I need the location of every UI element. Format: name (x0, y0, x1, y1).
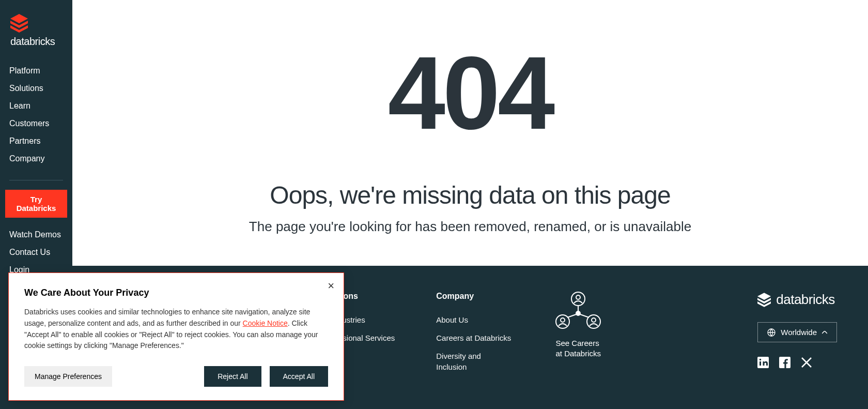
footer-link-careers[interactable]: Careers at Databricks (436, 332, 514, 343)
brand-name: databricks (10, 36, 55, 48)
manage-preferences-button[interactable]: Manage Preferences (24, 366, 112, 387)
footer-col-company: Company About Us Careers at Databricks D… (436, 292, 514, 390)
nav-watch-demos[interactable]: Watch Demos (0, 226, 72, 244)
footer-careers-text: See Careers at Databricks (555, 338, 601, 359)
sidebar-divider (9, 180, 63, 180)
cookie-notice-link[interactable]: Cookie Notice (243, 319, 288, 327)
locale-selector[interactable]: Worldwide (757, 322, 837, 342)
cookie-close-button[interactable]: × (328, 279, 334, 293)
sidebar-nav: Platform Solutions Learn Customers Partn… (0, 62, 72, 168)
nav-solutions[interactable]: Solutions (0, 80, 72, 97)
error-code: 404 (93, 41, 847, 145)
careers-network-icon (555, 292, 601, 332)
svg-point-7 (576, 295, 580, 299)
nav-company[interactable]: Company (0, 150, 72, 168)
sidebar-secondary-nav: Watch Demos Contact Us Login (0, 226, 72, 279)
error-subtitle: The page you're looking for has been rem… (93, 219, 847, 235)
social-row (757, 357, 812, 368)
svg-line-6 (580, 314, 589, 317)
error-section: 404 Oops, we're missing data on this pag… (72, 0, 868, 266)
svg-point-3 (576, 311, 580, 315)
locale-label: Worldwide (781, 328, 817, 337)
facebook-icon[interactable] (779, 357, 791, 368)
brand-logo[interactable]: databricks (0, 14, 72, 48)
nav-customers[interactable]: Customers (0, 115, 72, 132)
x-twitter-icon[interactable] (801, 357, 812, 368)
careers-line2: at Databricks (555, 349, 601, 359)
footer-careers-block[interactable]: See Careers at Databricks (555, 292, 601, 390)
svg-point-9 (592, 318, 596, 322)
svg-point-13 (760, 359, 761, 360)
nav-contact-us[interactable]: Contact Us (0, 244, 72, 261)
close-icon: × (328, 279, 334, 292)
footer-link-diversity[interactable]: Diversity and Inclusion (436, 351, 514, 372)
nav-partners[interactable]: Partners (0, 132, 72, 150)
svg-line-5 (567, 314, 576, 317)
footer-brand[interactable]: databricks (757, 292, 835, 308)
error-title: Oops, we're missing data on this page (93, 181, 847, 209)
footer-brand-name: databricks (776, 292, 835, 308)
cookie-title: We Care About Your Privacy (24, 287, 328, 298)
databricks-logo-icon (757, 293, 771, 307)
cookie-banner: × We Care About Your Privacy Databricks … (8, 272, 344, 401)
linkedin-icon[interactable] (757, 357, 769, 368)
globe-icon (767, 328, 776, 337)
accept-all-button[interactable]: Accept All (270, 366, 328, 387)
chevron-up-icon (822, 331, 827, 334)
footer-heading-company: Company (436, 292, 514, 301)
reject-all-button[interactable]: Reject All (204, 366, 261, 387)
footer-link-about[interactable]: About Us (436, 314, 514, 325)
try-databricks-button[interactable]: Try Databricks (5, 190, 67, 218)
nav-learn[interactable]: Learn (0, 97, 72, 115)
svg-rect-12 (760, 361, 761, 366)
cookie-actions: Manage Preferences Reject All Accept All (24, 366, 328, 387)
careers-line1: See Careers (555, 338, 601, 349)
footer-right: databricks Worldwide (757, 292, 837, 390)
databricks-logo-icon (10, 14, 28, 33)
nav-platform[interactable]: Platform (0, 62, 72, 80)
cookie-text: Databricks uses cookies and similar tech… (24, 307, 328, 352)
svg-point-8 (561, 318, 565, 322)
